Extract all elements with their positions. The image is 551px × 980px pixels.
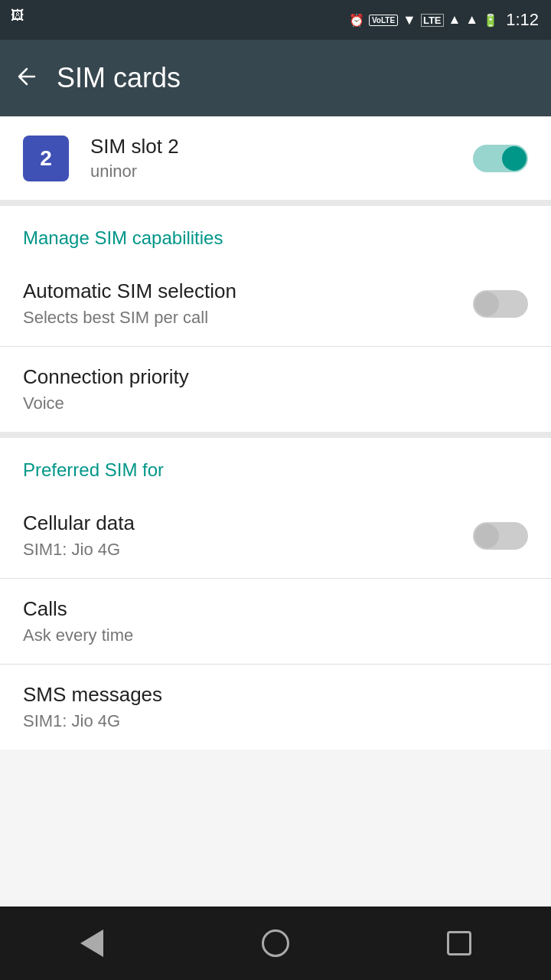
sms-messages-info: SMS messages SIM1: Jio 4G [23,683,528,731]
cellular-data-row[interactable]: Cellular data SIM1: Jio 4G [0,493,551,578]
automatic-sim-toggle[interactable] [473,290,528,318]
back-nav-icon [80,929,103,957]
connection-priority-row[interactable]: Connection priority Voice [0,347,551,432]
volte-badge: VoLTE [369,15,398,26]
sim-slot-icon: 2 [23,136,69,181]
battery-icon: 🔋 [483,13,498,28]
preferred-sim-label: Preferred SIM for [23,459,164,480]
signal1-icon: ▲ [448,12,461,28]
back-nav-button[interactable] [69,920,115,966]
sim-slot-subtitle: uninor [90,162,452,181]
signal2-icon: ▲ [465,12,478,28]
alarm-icon: ⏰ [349,13,364,28]
automatic-sim-row[interactable]: Automatic SIM selection Selects best SIM… [0,261,551,346]
sim-slot-title: SIM slot 2 [90,135,452,158]
manage-sim-label: Manage SIM capabilities [23,227,223,248]
sms-messages-subtitle: SIM1: Jio 4G [23,711,528,731]
sim-slot-toggle[interactable] [473,145,528,172]
status-bar-left-icons: 🖼 [11,8,24,24]
content-area: 2 SIM slot 2 uninor Manage SIM capabilit… [0,116,551,906]
cellular-data-toggle[interactable] [473,522,528,550]
cellular-data-info: Cellular data SIM1: Jio 4G [23,511,473,560]
connection-priority-subtitle: Voice [23,394,528,413]
status-bar: 🖼 ⏰ VoLTE ▼ LTE ▲ ▲ 🔋 1:12 [0,0,551,40]
back-button[interactable] [15,65,38,92]
calls-subtitle: Ask every time [23,626,528,645]
sms-messages-title: SMS messages [23,683,528,707]
cellular-data-title: Cellular data [23,511,473,535]
automatic-sim-subtitle: Selects best SIM per call [23,308,473,328]
cellular-data-subtitle: SIM1: Jio 4G [23,540,473,560]
automatic-sim-title: Automatic SIM selection [23,279,473,303]
automatic-sim-info: Automatic SIM selection Selects best SIM… [23,279,473,328]
gallery-icon: 🖼 [11,8,24,24]
connection-priority-title: Connection priority [23,365,528,389]
connection-priority-info: Connection priority Voice [23,365,528,413]
status-bar-right-icons: ⏰ VoLTE ▼ LTE ▲ ▲ 🔋 1:12 [349,10,539,30]
lte-icon: LTE [421,14,444,27]
recents-nav-button[interactable] [436,920,482,966]
divider-1 [0,200,551,206]
home-nav-button[interactable] [253,920,298,966]
calls-title: Calls [23,597,528,621]
calls-row[interactable]: Calls Ask every time [0,579,551,664]
manage-sim-header: Manage SIM capabilities [0,206,551,261]
recents-nav-icon [447,931,471,956]
preferred-sim-header: Preferred SIM for [0,438,551,493]
nav-bar [0,906,551,980]
home-nav-icon [262,929,289,957]
calls-info: Calls Ask every time [23,597,528,645]
divider-3 [0,432,551,438]
status-time: 1:12 [506,10,539,30]
sim-slot-info: SIM slot 2 uninor [90,135,452,181]
page-title: SIM cards [57,62,181,94]
wifi-icon: ▼ [403,12,416,28]
toolbar: SIM cards [0,40,551,116]
sim-slot-2-row[interactable]: 2 SIM slot 2 uninor [0,116,551,200]
sms-messages-row[interactable]: SMS messages SIM1: Jio 4G [0,665,551,750]
